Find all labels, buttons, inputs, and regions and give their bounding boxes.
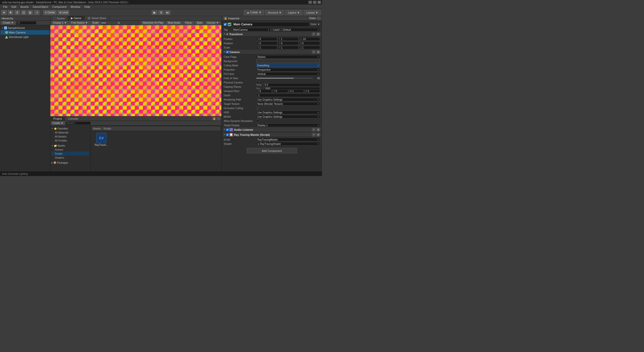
audio-settings-btn[interactable]: ⚙ (316, 128, 320, 131)
scale-tool[interactable]: ⊡ (21, 10, 27, 15)
near-value[interactable]: 0.3 (264, 83, 320, 87)
msaa-dropdown[interactable]: Use Graphics Settings (256, 115, 320, 118)
maximize-button[interactable]: □ (313, 1, 316, 4)
rotation-y[interactable]: Y0 (278, 41, 299, 45)
menu-window[interactable]: Window (68, 5, 82, 8)
bottom-lock-btn[interactable]: 🔒 (212, 117, 216, 120)
depth-value[interactable]: -1 (256, 94, 320, 97)
position-y[interactable]: Y1 (278, 37, 299, 41)
maximize-on-play-btn[interactable]: Maximize On Play (141, 21, 165, 25)
rendering-path-dropdown[interactable]: Use Graphics Settings (256, 98, 320, 101)
assets-header[interactable]: ▼ 📁 Assets (51, 144, 89, 148)
scale-y[interactable]: Y1 (278, 46, 299, 49)
move-tool[interactable]: ✜ (8, 10, 14, 15)
script-dropdown[interactable]: RayTracingMaster (256, 138, 320, 141)
viewport-w[interactable]: W1 (289, 89, 304, 93)
display-dropdown[interactable]: Display 1 ▼ (51, 21, 68, 25)
hierarchy-item-directionallight[interactable]: Directional Light (1, 35, 50, 39)
projection-dropdown[interactable]: Perspective (256, 68, 320, 71)
target-texture-dropdown[interactable]: None (Render Texture) (256, 102, 320, 106)
all-models-item[interactable]: All Models (51, 135, 89, 139)
tab-assetstore[interactable]: 🛒 Asset Store (85, 16, 109, 21)
scene-item-samplescene[interactable]: ▼ SampleScene (1, 26, 50, 30)
fov-axis-dropdown[interactable]: Vertical (256, 72, 320, 76)
camera-enabled-checkbox[interactable] (226, 51, 229, 53)
hierarchy-tab[interactable]: Hierarchy (2, 17, 13, 20)
background-color[interactable] (256, 59, 320, 63)
tag-dropdown[interactable]: MainCamera (232, 28, 270, 31)
collab-button[interactable]: ☁ Collab ▼ (244, 10, 264, 15)
minimize-button[interactable]: ─ (308, 1, 312, 4)
add-component-button[interactable]: Add Component (247, 148, 297, 153)
raytracing-help-btn[interactable]: ? (312, 133, 315, 137)
hierarchy-search[interactable] (16, 21, 36, 25)
audio-enabled-checkbox[interactable] (226, 128, 229, 131)
layer-dropdown[interactable]: Default (282, 28, 320, 31)
pivot-center-btn[interactable]: ⊙ Center (43, 10, 57, 15)
viewport-x[interactable]: X0 (256, 89, 272, 93)
position-x[interactable]: X0 (256, 37, 277, 41)
window-controls[interactable]: ─ □ ✕ (308, 1, 321, 4)
viewport-y[interactable]: Y0 (272, 89, 288, 93)
file-item-raytracingmaster[interactable]: C# RayTracin... (93, 132, 110, 147)
object-name-input[interactable] (232, 22, 309, 27)
menu-help[interactable]: Help (82, 5, 92, 8)
viewport-h[interactable]: H1 (304, 89, 320, 93)
scale-x[interactable]: X1 (256, 46, 277, 49)
menu-gameobject[interactable]: GameObject (31, 5, 50, 8)
occlusion-culling-checkbox[interactable] (256, 107, 259, 109)
bottom-more-btn[interactable]: ⋯ (217, 117, 220, 120)
allow-dynamic-checkbox[interactable] (256, 120, 259, 122)
transform-header[interactable]: ▼ ⊕ Transform ? ⚙ (223, 32, 321, 36)
target-display-dropdown[interactable]: Display 1 (256, 123, 320, 127)
camera-help-btn[interactable]: ? (312, 50, 315, 54)
culling-mask-dropdown[interactable]: Everything (256, 64, 320, 67)
step-button[interactable]: ⏭ (165, 10, 171, 15)
hand-tool[interactable]: ✛ (1, 10, 7, 15)
mute-audio-btn[interactable]: Mute Audio (166, 21, 182, 25)
rect-tool[interactable]: ⊞ (27, 10, 33, 15)
layout-button[interactable]: Layout ▼ (304, 10, 321, 15)
pause-button[interactable]: ⏸ (158, 10, 164, 15)
play-button[interactable]: ▶ (151, 10, 157, 15)
fov-slider-bar[interactable] (256, 78, 313, 79)
menu-edit[interactable]: Edit (10, 5, 18, 8)
packages-header[interactable]: ▶ 📦 Packages (51, 161, 89, 165)
tab-game[interactable]: ▶ Game (68, 16, 85, 21)
transform-tool[interactable]: ⊣ (34, 10, 40, 15)
position-z[interactable]: Z-10 (299, 37, 320, 41)
shaders-item[interactable]: Shaders (51, 156, 89, 160)
project-search-input[interactable] (66, 121, 91, 125)
scale-z[interactable]: Z1 (299, 46, 320, 49)
object-active-checkbox[interactable] (224, 23, 227, 26)
gizmos-btn[interactable]: Gizmos ▼ (205, 21, 220, 25)
scenes-item[interactable]: Scenes (51, 148, 89, 152)
tab-project[interactable]: Project (50, 116, 65, 121)
project-create-btn[interactable]: Create ▼ (51, 121, 65, 125)
account-button[interactable]: Account ▼ (265, 10, 284, 15)
transform-help-btn[interactable]: ? (312, 32, 315, 36)
rotation-x[interactable]: X0 (256, 41, 277, 45)
static-toggle[interactable]: Static ▼ (310, 23, 320, 26)
hierarchy-item-maincamera[interactable]: Main Camera (1, 30, 50, 35)
rotation-z[interactable]: Z0 (299, 41, 320, 45)
camera-settings-btn[interactable]: ⚙ (316, 50, 320, 54)
transform-settings-btn[interactable]: ⚙ (316, 32, 320, 36)
inspector-lock-icon[interactable]: 🔒 (224, 17, 227, 20)
hierarchy-create-btn[interactable]: Create ▼ (1, 21, 15, 25)
aspect-dropdown[interactable]: Free Aspect ▼ (69, 21, 90, 25)
pivot-local-btn[interactable]: ⊕ Local (57, 10, 70, 15)
tab-scene[interactable]: ⛶ Scene (50, 16, 68, 21)
raytracing-enabled-checkbox[interactable] (226, 134, 229, 136)
camera-header[interactable]: ▼ Camera ? ⚙ (223, 50, 321, 54)
ray-tracing-header[interactable]: ▼ 📄 Ray Tracing Master (Script) ? ⚙ (223, 133, 321, 137)
breadcrumb-scripts[interactable]: Scripts (103, 127, 111, 130)
menu-assets[interactable]: Assets (18, 5, 31, 8)
tab-console[interactable]: Console (65, 116, 81, 121)
vsync-btn[interactable]: VSync (183, 21, 194, 25)
favorites-header[interactable]: ▼ ⭐ Favorites (51, 126, 89, 130)
scale-control[interactable]: Scale (91, 21, 100, 25)
layers-button[interactable]: Layers ▼ (285, 10, 303, 15)
hdr-dropdown[interactable]: Use Graphics Settings (256, 111, 320, 114)
fov-slider[interactable]: 60 (256, 77, 320, 80)
